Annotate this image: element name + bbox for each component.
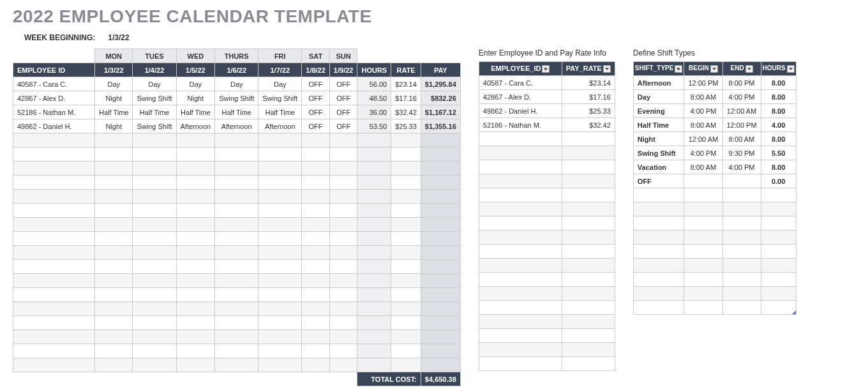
schedule-row[interactable]: 40587 - Cara C.DayDayDayDayDayOFFOFF56.0… [13,77,461,91]
schedule-row-empty[interactable] [13,204,461,218]
schedule-row[interactable]: 42867 - Alex D.NightSwing ShiftNightSwin… [13,91,461,105]
payrate-row-empty[interactable] [479,357,615,371]
filter-icon[interactable] [745,65,753,73]
shift-row[interactable]: Half Time8:00 AM12:00 PM4.00 [633,118,796,132]
shift-label: Define Shift Types [633,49,797,57]
shift-row[interactable]: Evening4:00 PM12:00 AM8.00 [633,104,796,118]
payrate-row-empty[interactable] [479,188,615,202]
schedule-row-empty[interactable] [13,162,461,176]
shift-row-empty[interactable] [633,273,796,287]
week-beginning-row: WEEK BEGINNING: 1/3/22 [24,33,855,42]
shift-row-empty[interactable] [633,216,796,231]
sort-icon[interactable] [675,65,682,73]
shift-row-empty[interactable] [633,202,796,216]
schedule-row-empty[interactable] [13,176,461,190]
payrate-row-empty[interactable] [479,273,615,287]
payrate-row-empty[interactable] [479,329,615,343]
payrate-row-empty[interactable] [479,259,615,273]
schedule-row[interactable]: 52186 - Nathan M.Half TimeHalf TimeHalf … [13,105,461,119]
shift-table[interactable]: SHIFT_TYPE BEGIN END HOURS Afternoon12:0… [633,61,797,315]
schedule-row-empty[interactable] [13,316,461,330]
filter-icon[interactable] [710,65,718,73]
shift-row-empty[interactable] [633,259,796,273]
schedule-table[interactable]: MON TUES WED THURS FRI SAT SUN EMPLOYEE … [13,49,461,386]
payrate-label: Enter Employee ID and Pay Rate Info [479,49,615,57]
filter-icon[interactable] [787,65,795,73]
schedule-row-empty[interactable] [13,246,461,260]
payrate-row[interactable]: 52186 - Nathan M.$32.42 [479,118,615,132]
shift-row-empty[interactable] [633,287,796,301]
filter-icon[interactable] [603,65,611,73]
schedule-header-row: EMPLOYEE ID 1/3/22 1/4/22 1/5/22 1/6/22 … [13,63,461,77]
payrate-row-empty[interactable] [479,231,615,245]
schedule-row-empty[interactable] [13,232,461,246]
payrate-row[interactable]: 40587 - Cara C.$23.14 [479,76,615,90]
shift-row[interactable]: OFF0.00 [633,174,796,188]
sort-icon[interactable] [542,65,550,73]
schedule-row-empty[interactable] [13,260,461,274]
shift-row-empty[interactable] [633,245,796,259]
payrate-row-empty[interactable] [479,216,615,231]
shift-section: Define Shift Types SHIFT_TYPE BEGIN END … [633,49,797,315]
shift-header-row: SHIFT_TYPE BEGIN END HOURS [633,62,796,76]
schedule-section: MON TUES WED THURS FRI SAT SUN EMPLOYEE … [13,49,461,386]
schedule-row-empty[interactable] [13,190,461,204]
payrate-row[interactable]: 49862 - Daniel H.$25.33 [479,104,615,118]
shift-row[interactable]: Swing Shift4:00 PM9:30 PM5.50 [633,146,796,160]
payrate-row[interactable]: 42867 - Alex D.$17.16 [479,90,615,104]
shift-row[interactable]: Night12:00 AM8:00 AM8.00 [633,132,796,146]
week-label: WEEK BEGINNING: [24,33,95,42]
payrate-row-empty[interactable] [479,132,615,146]
total-cost-value: $4,650.38 [421,372,460,386]
payrate-row-empty[interactable] [479,174,615,188]
schedule-row[interactable]: 49862 - Daniel H.NightSwing ShiftAfterno… [13,119,461,133]
payrate-row-empty[interactable] [479,160,615,174]
total-row: TOTAL COST: $4,650.38 [13,372,461,386]
schedule-row-empty[interactable] [13,148,461,162]
shift-row-empty[interactable] [633,188,796,202]
schedule-row-empty[interactable] [13,274,461,288]
shift-row[interactable]: Afternoon12:00 PM8:00 PM8.00 [633,76,796,90]
schedule-row-empty[interactable] [13,302,461,316]
page-title: 2022 EMPLOYEE CALENDAR TEMPLATE [13,6,855,27]
shift-row-empty[interactable] [633,231,796,245]
day-header-row: MON TUES WED THURS FRI SAT SUN [13,49,461,63]
shift-row[interactable]: Day8:00 AM4:00 PM8.00 [633,90,796,104]
payrate-row-empty[interactable] [479,202,615,216]
payrate-section: Enter Employee ID and Pay Rate Info EMPL… [479,49,615,371]
schedule-row-empty[interactable] [13,358,461,372]
payrate-table[interactable]: EMPLOYEE_ID PAY_RATE 40587 - Cara C.$23.… [479,61,615,371]
schedule-row-empty[interactable] [13,218,461,232]
shift-row[interactable]: Vacation8:00 AM4:00 PM8.00 [633,160,796,174]
schedule-row-empty[interactable] [13,330,461,344]
payrate-row-empty[interactable] [479,287,615,301]
payrate-row-empty[interactable] [479,315,615,329]
payrate-row-empty[interactable] [479,343,615,357]
payrate-row-empty[interactable] [479,146,615,160]
payrate-header-row: EMPLOYEE_ID PAY_RATE [479,62,615,76]
schedule-row-empty[interactable] [13,133,461,148]
shift-row-empty[interactable] [633,301,796,315]
payrate-row-empty[interactable] [479,245,615,259]
week-date[interactable]: 1/3/22 [108,33,129,42]
schedule-row-empty[interactable] [13,344,461,358]
schedule-row-empty[interactable] [13,288,461,302]
payrate-row-empty[interactable] [479,301,615,315]
